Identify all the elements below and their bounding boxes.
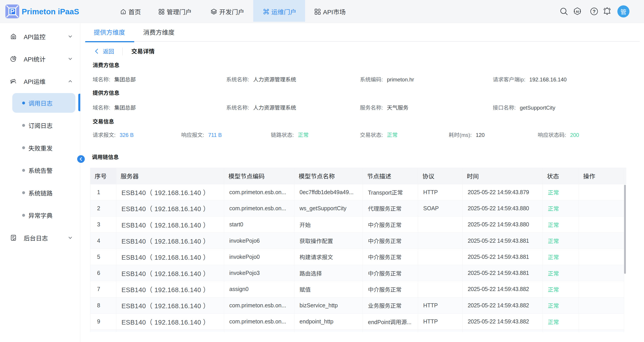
svg-text:P: P — [10, 8, 14, 15]
svg-text:AI: AI — [576, 10, 579, 14]
svg-text:?: ? — [592, 9, 596, 14]
